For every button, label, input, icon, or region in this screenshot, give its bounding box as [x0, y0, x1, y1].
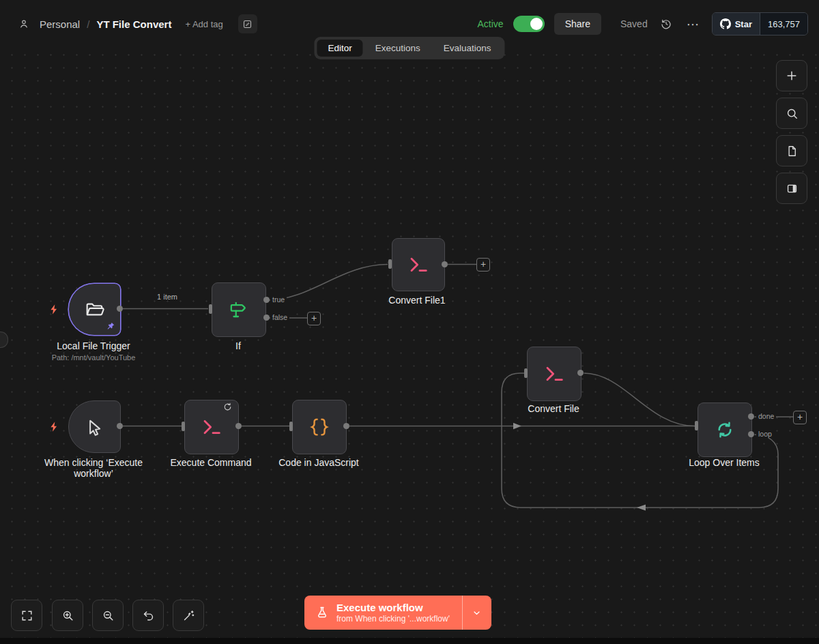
user-icon [15, 15, 33, 33]
add-node-plus-button[interactable]: + [793, 411, 807, 424]
trigger-lightning-icon [48, 303, 60, 316]
workflow-title[interactable]: YT File Convert [96, 18, 171, 30]
undo-button[interactable] [132, 600, 164, 631]
share-button[interactable]: Share [554, 13, 601, 35]
output-label-loop: loop [756, 430, 774, 438]
saved-status: Saved [620, 18, 648, 29]
signpost-icon [228, 299, 250, 321]
wand-icon [182, 609, 195, 622]
terminal-icon [543, 363, 565, 385]
n8n-workflow-editor: Personal / YT File Convert + Add tag Act… [0, 0, 819, 644]
output-endpoint-true[interactable] [263, 297, 270, 303]
folder-open-icon [84, 299, 106, 321]
node-label-if: If [211, 340, 265, 351]
zoom-in-button[interactable] [52, 600, 83, 631]
connection-arrow [637, 505, 646, 511]
node-label-execute-command: Execute Command [156, 457, 265, 468]
github-star-count: 163,757 [760, 13, 807, 35]
fit-view-icon [20, 609, 33, 622]
undo-icon [142, 609, 155, 622]
braces-icon [308, 416, 330, 438]
output-label-false: false [270, 313, 289, 321]
breadcrumb-separator: / [87, 18, 89, 30]
output-endpoint[interactable] [117, 306, 123, 312]
input-endpoint [209, 304, 212, 314]
loop-icon [714, 419, 736, 441]
trigger-lightning-icon [48, 420, 60, 433]
panel-icon [786, 182, 799, 195]
execute-workflow-subtitle: from When clicking '...workflow' [336, 614, 450, 624]
search-icon [786, 107, 799, 120]
connection-convertfile-to-loop[interactable] [584, 373, 695, 426]
view-tabs: Editor Executions Evaluations [314, 37, 504, 59]
toggle-knob [530, 18, 543, 30]
terminal-icon [201, 416, 222, 438]
tab-editor[interactable]: Editor [317, 40, 362, 57]
pinned-data-icon [106, 321, 115, 331]
rename-workflow-button[interactable] [238, 14, 257, 33]
terminal-icon [407, 254, 429, 276]
add-tag-button[interactable]: + Add tag [185, 19, 222, 29]
fit-view-button[interactable] [11, 600, 42, 631]
input-endpoint [388, 259, 392, 269]
tidy-up-button[interactable] [173, 600, 204, 631]
output-endpoint[interactable] [343, 423, 349, 429]
active-label: Active [478, 18, 504, 29]
node-if[interactable] [212, 282, 266, 337]
cursor-icon [85, 417, 105, 437]
execute-workflow-title: Execute workflow [336, 602, 450, 614]
flask-icon [315, 606, 329, 619]
node-code-in-javascript[interactable] [292, 400, 347, 454]
tab-evaluations[interactable]: Evaluations [433, 40, 502, 57]
add-node-plus-button[interactable]: + [476, 258, 490, 272]
tab-executions[interactable]: Executions [364, 40, 431, 57]
search-button[interactable] [776, 98, 807, 129]
output-endpoint-loop[interactable] [748, 431, 754, 437]
input-endpoint [695, 421, 698, 430]
bottom-edge [0, 638, 819, 644]
node-label-manual-trigger: When clicking ‘Execute workflow’ [25, 457, 162, 479]
zoom-out-button[interactable] [92, 600, 124, 631]
pencil-square-icon [242, 19, 253, 29]
connections-layer [0, 0, 819, 644]
output-endpoint[interactable] [235, 423, 242, 429]
more-options-button[interactable]: ⋯ [685, 15, 702, 33]
output-endpoint[interactable] [442, 261, 448, 267]
connection-items-count: 1 item [148, 293, 186, 301]
execute-options-dropdown[interactable] [462, 596, 491, 630]
node-label-convert-file: Convert File [499, 403, 608, 414]
connection-arrow [513, 423, 521, 429]
node-label-loop-over-items: Loop Over Items [670, 457, 779, 468]
active-toggle[interactable] [513, 16, 545, 32]
node-manual-trigger[interactable] [68, 400, 121, 453]
zoom-in-icon [61, 609, 74, 622]
node-convert-file1[interactable] [392, 238, 445, 291]
input-endpoint [182, 422, 185, 431]
node-label-code-in-javascript: Code in JavaScript [264, 457, 373, 468]
node-loop-over-items[interactable] [698, 402, 752, 457]
plus-icon [785, 69, 799, 83]
node-label-convert-file1: Convert File1 [362, 295, 472, 306]
breadcrumb-project[interactable]: Personal [40, 18, 80, 30]
add-node-plus-button[interactable]: + [307, 312, 321, 325]
chevron-down-icon [472, 608, 482, 618]
node-convert-file[interactable] [527, 347, 581, 401]
output-endpoint-false[interactable] [263, 314, 270, 321]
sticky-note-button[interactable] [776, 135, 807, 166]
github-icon [720, 18, 731, 29]
history-icon[interactable] [657, 15, 675, 33]
zoom-out-icon [102, 609, 115, 622]
node-label-line1: When clicking ‘Execute [25, 457, 162, 468]
logs-panel-button[interactable] [776, 173, 807, 204]
execute-workflow-button[interactable]: Execute workflow from When clicking '...… [304, 596, 491, 630]
output-endpoint[interactable] [117, 423, 123, 429]
github-star-widget[interactable]: Star 163,757 [712, 12, 808, 35]
file-icon [786, 145, 799, 158]
output-label-true: true [270, 295, 287, 304]
retry-badge-icon [223, 402, 232, 411]
output-endpoint[interactable] [577, 370, 584, 376]
output-endpoint-done[interactable] [748, 413, 754, 420]
add-node-button[interactable] [776, 60, 807, 91]
node-sublabel-local-file-trigger: Path: /mnt/vault/YouTube [25, 353, 162, 362]
node-label-local-file-trigger: Local File Trigger [32, 340, 155, 351]
